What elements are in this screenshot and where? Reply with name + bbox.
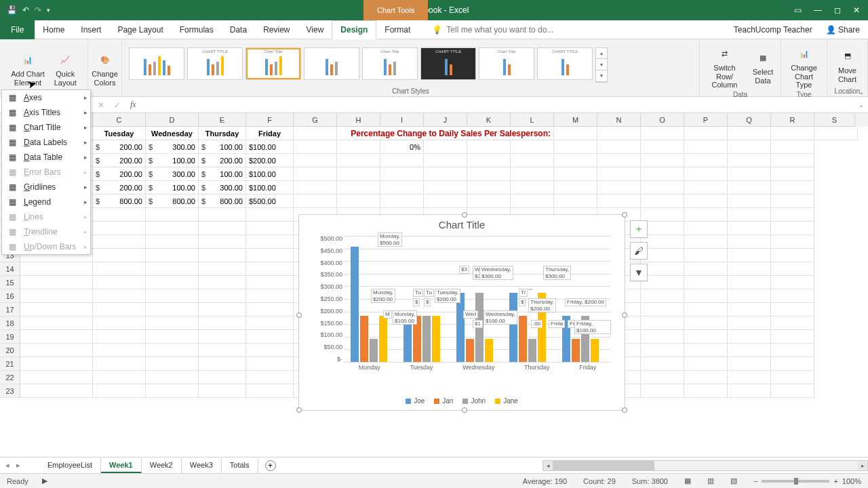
cell[interactable] bbox=[684, 195, 728, 208]
save-icon[interactable]: 💾 bbox=[7, 5, 17, 15]
cell[interactable]: $200.00 bbox=[93, 154, 146, 167]
row-header[interactable]: 16 bbox=[0, 289, 20, 303]
cell[interactable] bbox=[467, 154, 511, 167]
cell[interactable] bbox=[246, 357, 294, 371]
embedded-chart[interactable]: Chart Title ＋ 🖌 ▼ $500.00$450.00$400.00$… bbox=[298, 214, 625, 411]
cell[interactable]: $100.00 bbox=[199, 140, 246, 154]
chart-style-7[interactable]: Chart Title bbox=[479, 47, 534, 80]
cell[interactable] bbox=[771, 140, 814, 154]
cell[interactable] bbox=[246, 344, 294, 357]
cell[interactable] bbox=[380, 181, 424, 195]
horizontal-scrollbar[interactable]: ◂▸ bbox=[542, 460, 868, 471]
cell[interactable] bbox=[511, 195, 554, 208]
zoom-out-icon[interactable]: − bbox=[753, 477, 757, 485]
cell[interactable]: $200.00 bbox=[199, 154, 246, 167]
cell[interactable]: $300.00 bbox=[146, 167, 199, 181]
cell[interactable] bbox=[246, 222, 294, 235]
cell[interactable] bbox=[511, 167, 554, 181]
column-header[interactable]: J bbox=[424, 113, 467, 127]
column-header[interactable]: P bbox=[684, 113, 728, 127]
tab-review[interactable]: Review bbox=[255, 20, 298, 39]
cell[interactable] bbox=[684, 371, 728, 384]
cell[interactable] bbox=[597, 167, 641, 181]
tab-view[interactable]: View bbox=[298, 20, 332, 39]
cell[interactable] bbox=[146, 222, 199, 235]
change-colors-button[interactable]: 🎨 Change Colors bbox=[89, 48, 121, 88]
formula-expand-icon[interactable]: ⌄ bbox=[859, 101, 864, 108]
menu-item-data-labels[interactable]: ▦Data Labels▸ bbox=[2, 135, 90, 150]
cell[interactable] bbox=[146, 357, 199, 371]
cell[interactable] bbox=[294, 195, 337, 208]
enter-formula-icon[interactable]: ✓ bbox=[114, 100, 121, 110]
cell[interactable]: $100.00 bbox=[246, 181, 294, 195]
data-label[interactable]: Wed bbox=[463, 310, 478, 319]
cell[interactable] bbox=[337, 167, 380, 181]
cell[interactable] bbox=[684, 140, 728, 154]
tab-format[interactable]: Format bbox=[376, 20, 418, 39]
cell[interactable] bbox=[146, 208, 199, 222]
row-header[interactable]: 20 bbox=[0, 344, 20, 357]
cell[interactable] bbox=[511, 140, 554, 154]
cell[interactable] bbox=[146, 289, 199, 303]
column-header[interactable]: O bbox=[641, 113, 684, 127]
data-label[interactable]: Monday, $100.00 bbox=[393, 310, 417, 325]
cell[interactable] bbox=[641, 371, 684, 384]
share-button[interactable]: 👤 Share bbox=[826, 25, 860, 35]
cell[interactable] bbox=[641, 357, 684, 371]
cell[interactable]: Friday bbox=[246, 127, 294, 140]
cell[interactable] bbox=[146, 276, 199, 289]
menu-item-axis-titles[interactable]: ▦Axis Titles▸ bbox=[2, 105, 90, 120]
cell[interactable] bbox=[684, 127, 728, 140]
tab-page-layout[interactable]: Page Layout bbox=[109, 20, 171, 39]
tab-data[interactable]: Data bbox=[222, 20, 255, 39]
cell[interactable] bbox=[771, 208, 814, 222]
cell[interactable]: $100.00 bbox=[146, 154, 199, 167]
cell[interactable] bbox=[684, 303, 728, 317]
cell[interactable] bbox=[199, 208, 246, 222]
cell[interactable] bbox=[771, 276, 814, 289]
cell[interactable] bbox=[246, 249, 294, 262]
data-label[interactable]: .00 bbox=[531, 320, 542, 328]
cancel-formula-icon[interactable]: ✕ bbox=[98, 100, 104, 110]
cell[interactable] bbox=[246, 371, 294, 384]
chart-filters-button[interactable]: ▼ bbox=[630, 264, 648, 281]
zoom-level[interactable]: 100% bbox=[842, 477, 861, 485]
tab-insert[interactable]: Insert bbox=[73, 20, 109, 39]
cell[interactable] bbox=[93, 222, 146, 235]
zoom-slider[interactable] bbox=[762, 480, 829, 483]
cell[interactable] bbox=[199, 344, 246, 357]
chart-style-1[interactable] bbox=[129, 47, 184, 80]
cell[interactable]: Thursday bbox=[199, 127, 246, 140]
cell[interactable] bbox=[684, 249, 728, 262]
cell[interactable] bbox=[93, 262, 146, 276]
row-header[interactable]: 15 bbox=[0, 276, 20, 289]
cell[interactable] bbox=[597, 195, 641, 208]
plot-area[interactable]: Monday, $500.00Monday, $200.00MMonday, $… bbox=[344, 235, 611, 363]
cell[interactable] bbox=[93, 357, 146, 371]
cell[interactable] bbox=[246, 330, 294, 344]
data-label[interactable]: Monday, $500.00 bbox=[378, 232, 402, 247]
data-label[interactable]: $1 bbox=[473, 320, 483, 328]
cell[interactable] bbox=[771, 181, 814, 195]
menu-item-chart-title[interactable]: ▦Chart Title▸ bbox=[2, 120, 90, 135]
data-label[interactable]: $ bbox=[413, 298, 420, 306]
cell[interactable] bbox=[424, 181, 467, 195]
row-header[interactable]: 14 bbox=[0, 262, 20, 276]
column-header[interactable]: G bbox=[294, 113, 337, 127]
menu-item-gridlines[interactable]: ▦Gridlines▸ bbox=[2, 180, 90, 195]
next-sheet-icon[interactable]: ▸ bbox=[16, 461, 20, 470]
cell[interactable] bbox=[199, 330, 246, 344]
cell[interactable] bbox=[597, 181, 641, 195]
cell[interactable] bbox=[294, 127, 337, 140]
sheet-tab-week3[interactable]: Week3 bbox=[182, 458, 222, 473]
cell[interactable]: $500.00 bbox=[246, 195, 294, 208]
cell[interactable] bbox=[728, 154, 771, 167]
cell[interactable] bbox=[684, 262, 728, 276]
cell[interactable] bbox=[199, 276, 246, 289]
cell[interactable] bbox=[199, 235, 246, 249]
menu-item-data-table[interactable]: ▦Data Table▸ bbox=[2, 150, 90, 165]
data-label[interactable]: Frida bbox=[549, 320, 565, 328]
cell[interactable] bbox=[337, 195, 380, 208]
add-chart-element-button[interactable]: 📊 Add Chart Element bbox=[8, 48, 47, 88]
chart-style-2[interactable]: CHART TITLE bbox=[187, 47, 243, 80]
